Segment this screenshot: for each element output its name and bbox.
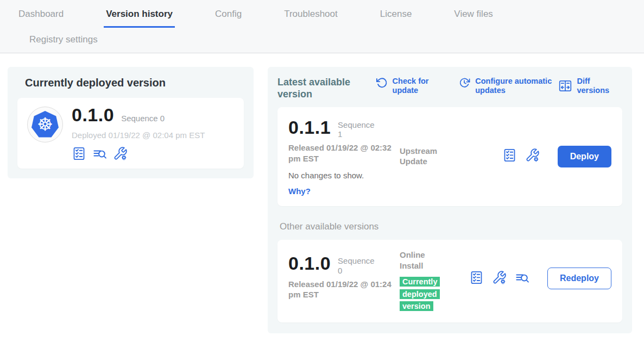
tab-registry-settings[interactable]: Registry settings: [27, 34, 100, 45]
latest-version-number: 0.1.1: [288, 117, 331, 138]
redeploy-button[interactable]: Redeploy: [547, 268, 611, 289]
other-released-timestamp: Released 01/19/22 @ 01:24 pm EST: [288, 279, 392, 300]
latest-version-card: 0.1.1 Sequence 1 Released 01/19/22 @ 02:…: [277, 107, 622, 207]
check-for-update-link[interactable]: Check for update: [376, 77, 440, 95]
latest-available-panel: Latest available version Check for updat…: [268, 67, 632, 333]
preflight-checklist-icon[interactable]: [72, 146, 86, 161]
other-available-versions-title: Other available versions: [280, 221, 622, 232]
no-changes-text: No changes to show.: [288, 171, 400, 180]
tab-dashboard[interactable]: Dashboard: [16, 9, 66, 28]
schedule-update-icon: [458, 77, 471, 95]
latest-source-label: Upstream Update: [400, 146, 443, 167]
preflight-checklist-icon[interactable]: [469, 270, 484, 287]
diff-versions-link[interactable]: Diff versions: [558, 77, 622, 95]
preflight-checklist-icon[interactable]: [502, 148, 517, 165]
deploy-logs-icon[interactable]: [515, 270, 529, 287]
install-type-label: Online Install: [400, 250, 443, 271]
nav-tab-row-1: Dashboard Version history Config Trouble…: [0, 9, 644, 28]
deploy-button[interactable]: Deploy: [558, 146, 611, 167]
tab-version-history[interactable]: Version history: [104, 9, 175, 28]
diff-versions-label: Diff versions: [577, 77, 622, 95]
deploy-logs-icon[interactable]: [92, 146, 107, 161]
refresh-icon: [376, 77, 388, 95]
currently-deployed-title: Currently deployed version: [25, 77, 244, 89]
deployed-version-number: 0.1.0: [72, 104, 114, 126]
deployed-version-card: ☸ 0.1.0 Sequence 0 Deployed 01/19/22 @ 0…: [17, 98, 244, 169]
edit-config-icon[interactable]: [525, 148, 540, 165]
main-content: Currently deployed version ☸ 0.1.0 Seque…: [0, 53, 644, 333]
top-navigation: Dashboard Version history Config Trouble…: [0, 0, 644, 53]
latest-available-header: Latest available version Check for updat…: [277, 77, 622, 101]
currently-deployed-badge: Currently deployed version: [400, 277, 440, 311]
currently-deployed-panel: Currently deployed version ☸ 0.1.0 Seque…: [8, 67, 254, 178]
tab-troubleshoot[interactable]: Troubleshoot: [282, 9, 340, 28]
configure-automatic-updates-label: Configure automatic updates: [475, 77, 558, 95]
deployed-sequence-label: Sequence 0: [121, 114, 165, 123]
diff-icon: [558, 79, 572, 93]
nav-tab-row-2: Registry settings: [0, 28, 644, 53]
tab-view-files[interactable]: View files: [452, 9, 495, 28]
other-version-number: 0.1.0: [288, 253, 331, 274]
tab-license[interactable]: License: [378, 9, 414, 28]
check-for-update-label: Check for update: [393, 77, 440, 95]
edit-config-icon[interactable]: [492, 270, 507, 287]
kubernetes-logo: ☸: [27, 107, 63, 142]
latest-available-title: Latest available version: [277, 77, 357, 101]
latest-released-timestamp: Released 01/19/22 @ 02:32 pm EST: [288, 142, 392, 164]
latest-sequence-label: Sequence 1: [338, 120, 376, 139]
deployed-timestamp: Deployed 01/19/22 @ 02:04 pm EST: [72, 130, 205, 140]
edit-config-icon[interactable]: [113, 146, 128, 161]
why-link[interactable]: Why?: [288, 187, 311, 196]
other-sequence-label: Sequence 0: [338, 256, 376, 275]
tab-config[interactable]: Config: [213, 9, 244, 28]
configure-automatic-updates-link[interactable]: Configure automatic updates: [458, 77, 558, 95]
other-version-card: 0.1.0 Sequence 0 Released 01/19/22 @ 01:…: [277, 240, 622, 322]
